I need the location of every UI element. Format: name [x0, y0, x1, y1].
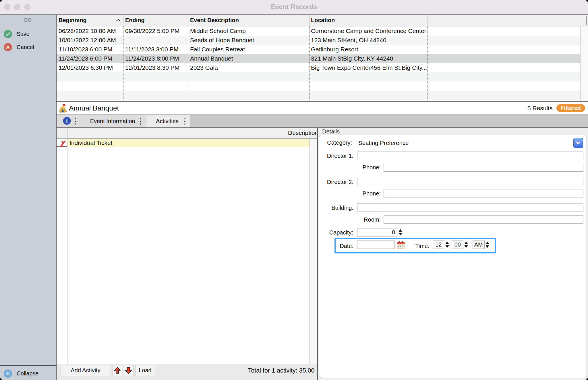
cell-location: Gatlinburg Resort [311, 45, 427, 54]
kebab-menu-icon[interactable] [139, 118, 142, 125]
event-table-header: Beginning Ending Event Description Locat… [57, 15, 588, 26]
stepper-down-icon[interactable] [399, 233, 402, 236]
selected-record-title: Annual Banquet [69, 102, 119, 115]
x-icon [4, 43, 12, 51]
stepper-up-icon[interactable] [486, 241, 489, 244]
move-up-button[interactable] [113, 365, 123, 376]
capacity-input[interactable] [357, 228, 397, 237]
time-meridiem-input[interactable] [473, 241, 485, 249]
column-separator [428, 26, 428, 102]
stepper-up-icon[interactable] [445, 241, 449, 244]
cell-location: Cornerstone Camp and Conference Center [311, 26, 427, 36]
column-header-event-description[interactable]: Event Description [190, 15, 276, 26]
building-input[interactable] [357, 203, 583, 212]
filtered-badge[interactable]: Filtered [556, 104, 585, 112]
sidebar: DO Save Cancel Collapse [0, 15, 57, 380]
table-row[interactable]: 12/01/2023 6:30 PM 12/01/2023 8:30 PM 20… [57, 63, 580, 72]
activities-list-header: Description [57, 128, 317, 139]
category-value: Seating Preference [358, 139, 409, 146]
director1-input[interactable] [357, 152, 583, 160]
time-minute-stepper[interactable] [464, 241, 468, 248]
phone2-input[interactable] [384, 189, 584, 198]
table-scrollbar-track[interactable] [580, 26, 588, 101]
director2-input[interactable] [357, 178, 583, 186]
stepper-down-icon[interactable] [445, 245, 449, 248]
time-minute-input[interactable] [452, 241, 463, 249]
tab-event-information[interactable]: Event Information [81, 115, 146, 127]
stepper-up-icon[interactable] [464, 241, 468, 244]
stepper-up-icon[interactable] [399, 229, 402, 232]
table-row[interactable]: 06/28/2022 10:00 AM 09/30/2022 5:00 PM M… [57, 26, 580, 36]
table-row[interactable]: 10/01/2022 12:00 AM Seeds of Hope Banque… [57, 36, 580, 45]
info-icon[interactable]: i [63, 117, 71, 125]
cell-location: 123 Main StKent, OH 44240 [311, 36, 427, 45]
window-title: Event Records [0, 0, 588, 14]
description-column-header[interactable]: Description [288, 128, 318, 138]
title-bar: Event Records [0, 0, 588, 15]
cell-ending: 09/30/2022 5:00 PM [125, 26, 188, 36]
activities-toolbar: Add Activity Load Total for 1 activity: … [57, 364, 317, 380]
phone1-input[interactable] [384, 163, 584, 172]
capacity-stepper[interactable] [399, 229, 402, 236]
table-row-empty [57, 82, 580, 91]
sidebar-section-label: DO [0, 17, 56, 23]
cell-description: Middle School Camp [190, 26, 308, 36]
phone2-label: Phone: [363, 190, 381, 197]
red-arrow-down-icon [125, 367, 132, 374]
header-separator [188, 15, 188, 25]
details-panel: Details Category: Seating Preference Dir… [318, 128, 588, 380]
kebab-menu-icon[interactable] [75, 118, 77, 125]
cell-beginning: 11/24/2023 6:00 PM [59, 54, 122, 63]
save-button[interactable]: Save [4, 30, 29, 38]
column-header-ending[interactable]: Ending [125, 15, 183, 26]
cell-description: Annual Banquet [190, 54, 308, 63]
table-scrollbar-thumb[interactable] [586, 16, 587, 25]
header-separator [428, 15, 428, 25]
load-button[interactable]: Load [135, 365, 155, 376]
time-meridiem-stepper[interactable] [486, 241, 489, 248]
activity-description-cell[interactable]: Individual Ticket [67, 139, 310, 147]
check-icon [4, 30, 12, 38]
table-row[interactable]: 11/10/2023 6:00 PM 11/11/2023 3:00 PM Fa… [57, 45, 580, 54]
phone1-label: Phone: [363, 164, 381, 171]
room-input[interactable] [384, 215, 584, 224]
tab-label: Activities [149, 115, 185, 127]
info-tab-segment[interactable]: i [57, 115, 81, 127]
table-row-empty [57, 72, 580, 82]
cancel-button-label: Cancel [17, 44, 34, 51]
calendar-icon[interactable] [397, 241, 405, 249]
director2-label: Director 2: [327, 179, 353, 185]
kebab-menu-icon[interactable] [184, 118, 186, 125]
gutter-separator [67, 128, 68, 364]
column-header-beginning[interactable]: Beginning [59, 15, 116, 26]
sidebar-divider [0, 365, 56, 366]
column-separator [123, 26, 123, 102]
cell-beginning: 10/01/2022 12:00 AM [59, 36, 122, 45]
stepper-down-icon[interactable] [486, 245, 489, 248]
cell-ending: 11/11/2023 3:00 PM [125, 45, 188, 54]
details-panel-label: Details [322, 128, 340, 135]
cell-ending: 11/24/2023 8:00 PM [125, 54, 188, 63]
move-down-button[interactable] [124, 365, 134, 376]
category-dropdown-button[interactable] [573, 138, 583, 148]
date-input[interactable] [357, 241, 395, 249]
chevron-down-icon [575, 139, 582, 146]
activity-row[interactable]: χ Individual Ticket [57, 139, 310, 147]
cancel-button[interactable]: Cancel [4, 43, 34, 52]
table-row-selected[interactable]: 11/24/2023 6:00 PM 11/24/2023 8:00 PM An… [57, 54, 580, 63]
time-hour-input[interactable] [433, 241, 444, 249]
header-separator [123, 15, 123, 25]
app-window: Event Records DO Save Cancel Collapse Be… [0, 0, 588, 380]
tab-activities[interactable]: Activities [146, 115, 190, 127]
column-header-location[interactable]: Location [311, 15, 397, 26]
save-button-label: Save [17, 31, 29, 37]
details-box: Category: Seating Preference Director 1:… [319, 135, 587, 378]
add-activity-button[interactable]: Add Activity [61, 365, 111, 376]
delete-activity-icon[interactable]: χ [58, 138, 67, 147]
collapse-button[interactable]: Collapse [4, 369, 38, 378]
stepper-down-icon[interactable] [464, 245, 468, 248]
time-hour-stepper[interactable] [445, 241, 449, 248]
red-arrow-up-icon [113, 367, 121, 374]
activities-scrollbar-track[interactable] [310, 139, 317, 364]
cell-description: Seeds of Hope Banquet [190, 36, 308, 45]
